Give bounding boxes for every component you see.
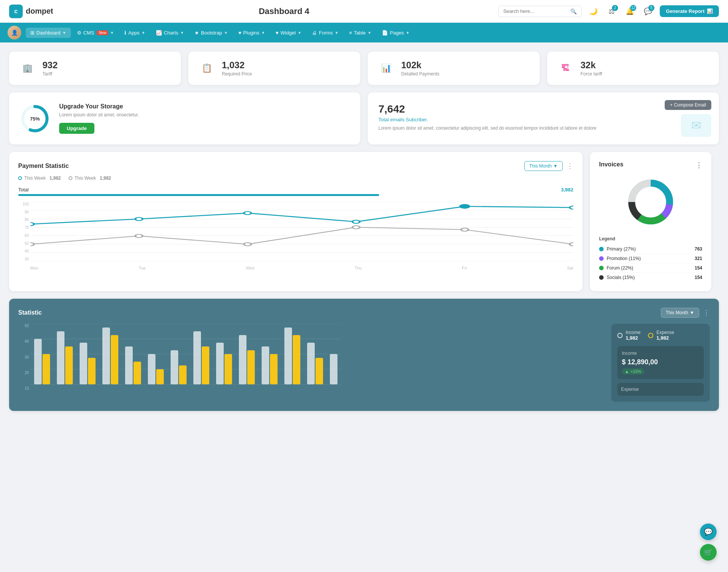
apps-icon: ℹ — [124, 30, 126, 36]
svg-rect-33 — [34, 339, 42, 384]
income-box: Income $ 12,890,00 ▲ +15% — [617, 346, 704, 379]
progress-bar — [18, 194, 379, 196]
email-count: 7,642 — [378, 103, 708, 115]
upgrade-button[interactable]: Upgrade — [59, 123, 94, 134]
statistic-this-month-button[interactable]: This Month ▼ — [661, 308, 699, 318]
pages-icon: 📄 — [382, 30, 388, 36]
theme-toggle-btn[interactable]: 🌙 — [587, 5, 600, 18]
nav-item-cms[interactable]: ⚙ CMS New ▼ — [72, 28, 119, 38]
invoices-legend-list: Primary (27%) 763 Promotion (11%) 321 Fo… — [599, 244, 702, 282]
statistic-card: Statistic This Month ▼ ⋮ 1020304050 — [9, 299, 719, 411]
more-options-icon[interactable]: ⋮ — [566, 162, 573, 170]
nav-label-plugins: Plugins — [243, 30, 259, 36]
plugins-icon: ♥ — [238, 30, 242, 36]
income-item: Income 1,982 — [617, 330, 640, 341]
chevron-down-icon-apps: ▼ — [141, 31, 145, 35]
nav-label-pages: Pages — [390, 30, 404, 36]
total-value: 3,982 — [561, 187, 573, 193]
nav-label-forms: Forms — [319, 30, 333, 36]
invoices-title-text: Invoices — [599, 161, 623, 169]
svg-rect-58 — [315, 358, 323, 384]
dropdown-arrow-icon: ▼ — [553, 163, 558, 169]
search-input[interactable] — [503, 8, 568, 14]
payment-header-right: This Month ▼ ⋮ — [524, 161, 573, 171]
table-icon: ≡ — [349, 30, 352, 36]
chevron-down-icon-widget: ▼ — [298, 31, 301, 35]
chevron-down-icon-plugins: ▼ — [261, 31, 265, 35]
invoices-header: Invoices ⋮ — [599, 161, 702, 169]
forms-icon: 🖨 — [312, 30, 317, 36]
svg-point-17 — [135, 234, 143, 237]
tariff-value: 932 — [42, 60, 58, 71]
expense-val: 1,982 — [656, 335, 674, 341]
svg-rect-57 — [307, 343, 315, 384]
gray-dot — [69, 176, 72, 180]
nav-item-dashboard[interactable]: ⊞ Dashboard ▼ — [26, 28, 71, 38]
income-badge: ▲ +15% — [622, 368, 644, 375]
storage-info: Upgrade Your Storage Lorem ipsum dolor s… — [59, 103, 139, 134]
avatar: 👤 — [8, 26, 21, 39]
logo: c dompet — [9, 5, 70, 18]
payment-legend: This Week 1,982 This Week 1,982 — [18, 176, 573, 181]
page-title: Dashboard 4 — [70, 6, 498, 16]
donut-chart-container — [599, 176, 702, 229]
arrow-up-icon: ▲ — [625, 369, 629, 374]
search-bar[interactable]: 🔍 — [498, 6, 582, 17]
compare-btn[interactable]: ⚖ 2 — [605, 5, 618, 18]
nav-item-apps[interactable]: ℹ Apps ▼ — [120, 28, 150, 38]
nav-item-plugins[interactable]: ♥ Plugins ▼ — [234, 28, 270, 38]
svg-point-18 — [244, 243, 251, 246]
chevron-down-icon-cms: ▼ — [110, 31, 114, 35]
nav-item-table[interactable]: ≡ Table ▼ — [345, 28, 376, 38]
main-content: 🏢 932 Tariff 📋 1,032 Required Price 📊 10… — [0, 42, 728, 420]
bar-y-axis: 1020304050 — [18, 324, 29, 390]
svg-rect-41 — [125, 346, 133, 384]
statistic-title: Statistic — [18, 309, 42, 316]
email-desc: Lorem ipsum dolor sit amet, consectetur … — [378, 125, 708, 131]
nav-item-forms[interactable]: 🖨 Forms ▼ — [308, 28, 343, 38]
this-month-button[interactable]: This Month ▼ — [524, 161, 563, 171]
header: c dompet Dashboard 4 🔍 🌙 ⚖ 2 🔔 12 💬 5 Ge… — [0, 0, 728, 23]
nav-item-widget[interactable]: ♥ Widget ▼ — [271, 28, 306, 38]
payment-header: Payment Statistic This Month ▼ ⋮ — [18, 161, 573, 171]
svg-rect-38 — [88, 358, 96, 384]
compose-email-button[interactable]: + Compose Email — [665, 100, 711, 110]
teal-dot — [18, 176, 22, 180]
legend-promotion: Promotion (11%) 321 — [599, 254, 702, 263]
donut-chart-svg — [624, 176, 677, 229]
message-btn[interactable]: 💬 5 — [642, 5, 654, 18]
email-envelope-icon: ✉ — [681, 114, 711, 137]
line-chart-area: 30405060708090100 — [18, 202, 573, 270]
chevron-down-icon: ▼ — [63, 31, 66, 35]
payment-card: Payment Statistic This Month ▼ ⋮ This We… — [9, 152, 582, 291]
nav-label-bootstrap: Bootstrap — [201, 30, 222, 36]
svg-point-12 — [244, 212, 251, 215]
cms-badge: New — [97, 30, 108, 35]
svg-point-20 — [461, 228, 468, 231]
statistic-more-icon[interactable]: ⋮ — [703, 309, 710, 317]
expense-label: Expense — [656, 330, 674, 335]
bell-btn[interactable]: 🔔 12 — [623, 5, 636, 18]
generate-report-label: Generate Report — [666, 8, 704, 14]
legend-this-week-1: This Week 1,982 — [18, 176, 61, 181]
payment-title: Payment Statistic — [18, 163, 69, 169]
svg-rect-36 — [65, 346, 73, 384]
nav-item-pages[interactable]: 📄 Pages ▼ — [377, 28, 414, 38]
svg-rect-47 — [193, 331, 201, 384]
promotion-color-dot — [599, 256, 604, 261]
svg-rect-48 — [202, 346, 209, 384]
statistic-controls: This Month ▼ ⋮ — [661, 308, 710, 318]
nav-label-apps: Apps — [128, 30, 140, 36]
svg-rect-34 — [42, 354, 50, 384]
svg-rect-35 — [57, 331, 64, 384]
generate-report-button[interactable]: Generate Report 📊 — [660, 5, 719, 17]
stat-card-price: 📋 1,032 Required Price — [188, 52, 360, 85]
nav-item-charts[interactable]: 📈 Charts ▼ — [151, 28, 188, 38]
invoices-more-icon[interactable]: ⋮ — [695, 161, 702, 169]
payments-icon: 📊 — [377, 59, 395, 77]
report-icon: 📊 — [707, 8, 713, 14]
storage-desc: Lorem ipsum dolor sit amet, onsectetur. — [59, 112, 139, 118]
logo-text: dompet — [26, 7, 53, 16]
y-axis: 30405060708090100 — [18, 202, 29, 261]
nav-item-bootstrap[interactable]: ★ Bootstrap ▼ — [190, 28, 232, 38]
